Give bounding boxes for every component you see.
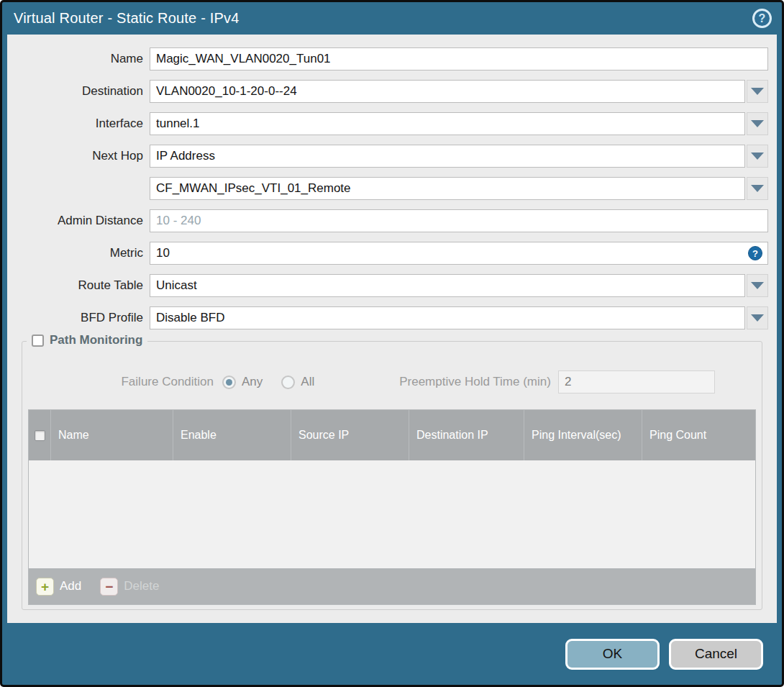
table-header: Name Enable Source IP Destination IP Pin… — [29, 410, 755, 460]
interface-dropdown-button[interactable] — [747, 112, 768, 135]
bfd-profile-input[interactable] — [150, 306, 745, 329]
help-icon[interactable]: ? — [752, 9, 772, 28]
name-row: Name — [7, 47, 768, 70]
admin-distance-input[interactable] — [150, 209, 768, 232]
column-header-name[interactable]: Name — [50, 410, 173, 460]
ok-button[interactable]: OK — [565, 639, 660, 670]
bfd-profile-label: BFD Profile — [7, 311, 150, 325]
delete-button-label: Delete — [124, 579, 159, 593]
path-monitoring-title: Path Monitoring — [50, 333, 142, 347]
table-body-empty — [29, 460, 755, 568]
minus-icon: − — [100, 578, 118, 596]
table-toolbar: + Add − Delete — [29, 568, 755, 604]
route-table-label: Route Table — [7, 278, 150, 293]
titlebar: Virtual Router - Static Route - IPv4 ? — [2, 2, 782, 35]
next-hop-address-row — [7, 177, 768, 200]
preemptive-hold-input[interactable] — [558, 370, 715, 393]
chevron-down-icon — [751, 185, 764, 192]
bfd-profile-row: BFD Profile — [7, 306, 768, 329]
admin-distance-label: Admin Distance — [7, 214, 150, 228]
chevron-down-icon — [751, 282, 764, 289]
next-hop-address-dropdown-button[interactable] — [747, 177, 768, 200]
admin-distance-row: Admin Distance — [7, 209, 768, 232]
metric-help-icon[interactable]: ? — [748, 246, 762, 260]
path-monitoring-section: Path Monitoring Failure Condition Any Al… — [22, 341, 762, 610]
next-hop-address-input[interactable] — [150, 177, 745, 200]
destination-label: Destination — [7, 84, 150, 99]
next-hop-dropdown-button[interactable] — [747, 145, 768, 168]
cancel-button[interactable]: Cancel — [669, 639, 763, 670]
column-header-ping-interval[interactable]: Ping Interval(sec) — [524, 410, 642, 460]
add-button-label: Add — [60, 579, 81, 593]
column-header-ping-count[interactable]: Ping Count — [642, 410, 755, 460]
chevron-down-icon — [751, 153, 764, 160]
metric-label: Metric — [7, 246, 150, 260]
delete-button[interactable]: − Delete — [100, 578, 159, 596]
route-table-dropdown-button[interactable] — [747, 274, 768, 297]
failure-condition-label: Failure Condition — [28, 375, 222, 389]
interface-label: Interface — [7, 117, 150, 131]
metric-row: Metric ? — [7, 242, 768, 265]
chevron-down-icon — [751, 88, 764, 95]
dialog-title: Virtual Router - Static Route - IPv4 — [14, 10, 240, 27]
path-monitoring-legend: Path Monitoring — [27, 333, 147, 347]
failure-condition-row: Failure Condition Any All Preemptive Hol… — [28, 370, 756, 393]
column-header-source-ip[interactable]: Source IP — [291, 410, 409, 460]
destination-row: Destination — [7, 80, 768, 103]
next-hop-row: Next Hop — [7, 145, 768, 168]
route-table-input[interactable] — [150, 274, 745, 297]
path-monitoring-table: Name Enable Source IP Destination IP Pin… — [28, 409, 756, 605]
failure-condition-all-label: All — [301, 375, 314, 389]
dialog-footer: OK Cancel — [2, 623, 782, 685]
static-route-dialog: Virtual Router - Static Route - IPv4 ? N… — [0, 0, 784, 687]
failure-condition-all-radio[interactable] — [281, 376, 295, 389]
dialog-content: Name Destination Interface — [7, 35, 777, 623]
failure-condition-any-radio[interactable] — [222, 376, 236, 389]
column-header-destination-ip[interactable]: Destination IP — [409, 410, 524, 460]
destination-dropdown-button[interactable] — [747, 80, 768, 103]
failure-condition-any-label: Any — [242, 375, 263, 389]
destination-input[interactable] — [150, 80, 745, 103]
column-header-enable[interactable]: Enable — [173, 410, 291, 460]
name-label: Name — [7, 52, 150, 66]
add-button[interactable]: + Add — [36, 578, 81, 596]
next-hop-type-input[interactable] — [150, 145, 745, 168]
bfd-profile-dropdown-button[interactable] — [747, 306, 768, 329]
next-hop-label: Next Hop — [7, 149, 150, 163]
table-select-all-checkbox[interactable] — [35, 430, 45, 441]
interface-input[interactable] — [150, 112, 745, 135]
plus-icon: + — [36, 578, 54, 596]
name-input[interactable] — [150, 47, 768, 70]
path-monitoring-checkbox[interactable] — [32, 335, 44, 347]
preemptive-hold-label: Preemptive Hold Time (min) — [399, 375, 551, 389]
interface-row: Interface — [7, 112, 768, 135]
chevron-down-icon — [751, 120, 764, 127]
route-table-row: Route Table — [7, 274, 768, 297]
chevron-down-icon — [751, 314, 764, 322]
metric-input[interactable] — [150, 242, 768, 265]
